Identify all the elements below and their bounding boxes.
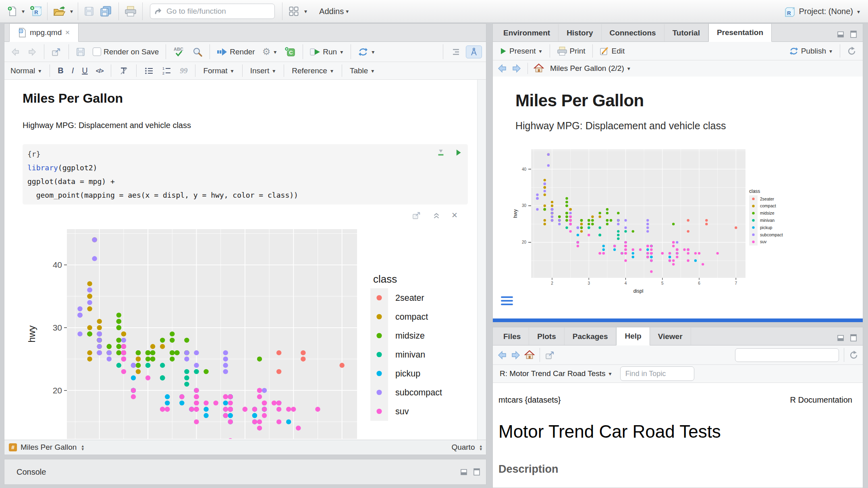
editor-scrollbar[interactable] (477, 80, 486, 440)
numbered-list-button[interactable]: 1 2 (160, 65, 174, 77)
slide-scatter-plot: 203040234567hwydisplclass2seatercompactm… (512, 147, 794, 298)
tab-packages[interactable]: Packages (565, 328, 617, 345)
bullet-list-button[interactable] (142, 65, 156, 77)
back-button[interactable] (8, 46, 22, 58)
maximize-pane-icon[interactable] (849, 334, 858, 342)
render-button[interactable]: Render (215, 47, 257, 57)
forward-arrow-icon[interactable] (511, 350, 521, 360)
maximize-pane-icon[interactable] (472, 468, 481, 476)
toolbar-separator (550, 44, 550, 58)
addins-button[interactable]: Addins ▾ (318, 6, 351, 17)
minimize-pane-icon[interactable] (836, 334, 845, 342)
home-icon[interactable] (534, 63, 544, 74)
new-project-button[interactable]: R (28, 4, 43, 19)
maximize-pane-icon[interactable] (849, 30, 858, 38)
find-in-topic-input[interactable] (620, 366, 694, 381)
outline-toggle-button[interactable] (448, 46, 463, 58)
mode-stepper-icon[interactable]: ▴▾ (480, 444, 482, 451)
present-button[interactable]: Present ▾ (497, 46, 545, 56)
goto-file-input[interactable] (166, 6, 271, 16)
document-canvas[interactable]: Miles Per Gallon Highway MPG: Displaceme… (4, 80, 477, 440)
workspace-panes-button[interactable] (287, 4, 301, 18)
paragraph-style-menu[interactable]: Normal ▾ (8, 66, 44, 76)
rerun-button[interactable]: ▾ (356, 46, 377, 58)
render-icon (217, 48, 227, 56)
run-chunks-above-icon[interactable] (436, 148, 445, 157)
goto-file-search[interactable] (150, 4, 275, 19)
help-topic-menu[interactable]: R: Motor Trend Car Road Tests ▾ (498, 368, 615, 379)
tab-help[interactable]: Help (616, 327, 650, 345)
underline-button[interactable]: U (80, 65, 89, 76)
save-all-button[interactable] (98, 4, 114, 18)
insert-menu[interactable]: Insert ▾ (248, 66, 278, 76)
clear-formatting-button[interactable] (117, 65, 131, 77)
print-presentation-button[interactable]: Print (555, 45, 588, 57)
insert-chunk-button[interactable]: C (282, 46, 298, 58)
section-stepper-icon[interactable]: ▴▾ (81, 444, 84, 451)
forward-button[interactable] (25, 46, 39, 58)
slide-navigation-menu[interactable]: Miles Per Gallon (2/2) ▾ (548, 63, 633, 74)
refresh-icon[interactable] (849, 350, 859, 360)
edit-presentation-button[interactable]: Edit (598, 45, 627, 57)
help-search-box[interactable] (735, 348, 839, 362)
print-button[interactable] (123, 4, 138, 18)
tab-label: Presentation (717, 28, 763, 37)
back-arrow-icon[interactable] (497, 350, 507, 360)
svg-text:4: 4 (625, 281, 627, 285)
render-on-save-checkbox[interactable]: Render on Save (91, 47, 161, 57)
tab-presentation[interactable]: Presentation (708, 23, 772, 42)
insert-caret-icon: ▾ (272, 68, 276, 74)
tab-close-icon[interactable]: ✕ (65, 29, 70, 36)
publish-button[interactable]: Publish ▾ (787, 46, 835, 56)
save-button[interactable] (82, 5, 96, 18)
tab-environment[interactable]: Environment (495, 24, 559, 41)
format-menu[interactable]: Format ▾ (201, 66, 236, 76)
forward-arrow-icon[interactable] (511, 64, 522, 73)
popout-window-button[interactable] (49, 46, 64, 58)
tab-connections[interactable]: Connections (602, 24, 664, 41)
tab-history[interactable]: History (559, 24, 601, 41)
svg-text:30: 30 (522, 203, 527, 208)
minimize-pane-icon[interactable] (836, 30, 845, 38)
table-menu[interactable]: Table ▾ (348, 66, 377, 76)
find-replace-button[interactable] (190, 46, 205, 58)
minimize-pane-icon[interactable] (459, 468, 468, 476)
bold-button[interactable]: B (56, 65, 65, 76)
save-doc-button[interactable] (74, 46, 87, 58)
refresh-presentation-button[interactable] (845, 45, 859, 57)
open-file-button[interactable] (52, 5, 67, 18)
code-chunk[interactable]: {r} library(ggplot2) ggplot(data = mpg) … (23, 144, 468, 205)
new-file-caret-icon[interactable]: ▾ (21, 8, 25, 14)
toolbar-separator (840, 44, 840, 58)
tab-files[interactable]: Files (495, 328, 529, 345)
visual-editor-toggle[interactable] (466, 45, 482, 58)
publish-caret-icon: ▾ (829, 48, 833, 54)
reference-menu[interactable]: Reference ▾ (290, 66, 336, 76)
status-section-label[interactable]: Miles Per Gallon (21, 443, 77, 452)
panes-caret-icon[interactable]: ▾ (303, 8, 308, 14)
spellcheck-button[interactable]: ABC (171, 45, 187, 58)
checkbox-box[interactable] (93, 48, 101, 56)
tab-tutorial[interactable]: Tutorial (664, 24, 708, 41)
italic-button[interactable]: I (70, 65, 76, 76)
back-arrow-icon[interactable] (497, 64, 507, 73)
status-mode-label[interactable]: Quarto (451, 443, 475, 452)
tab-plots[interactable]: Plots (529, 328, 564, 345)
run-button[interactable]: Run ▾ (308, 46, 346, 58)
tab-mpg-qmd[interactable]: mpg.qmd ✕ (9, 23, 79, 42)
popout-icon[interactable] (545, 350, 555, 360)
render-options-button[interactable]: ⚙ ▾ (260, 46, 280, 57)
help-search-input[interactable] (741, 350, 836, 360)
project-label: Project: (None) (799, 7, 853, 16)
help-topic-package: mtcars {datasets} (498, 395, 561, 405)
home-icon[interactable] (524, 350, 535, 360)
tab-viewer[interactable]: Viewer (650, 328, 691, 345)
new-file-button[interactable] (6, 4, 19, 18)
open-file-caret-icon[interactable]: ▾ (69, 8, 74, 14)
code-format-button[interactable]: </> (94, 66, 106, 75)
project-menu[interactable]: R Project: (None) ▾ (783, 0, 861, 23)
slide-menu-icon[interactable] (501, 296, 513, 307)
blockquote-button[interactable]: 99 (178, 66, 189, 76)
run-chunk-icon[interactable] (454, 148, 462, 157)
presentation-toolbar: Present ▾ Print Edit (493, 42, 863, 60)
